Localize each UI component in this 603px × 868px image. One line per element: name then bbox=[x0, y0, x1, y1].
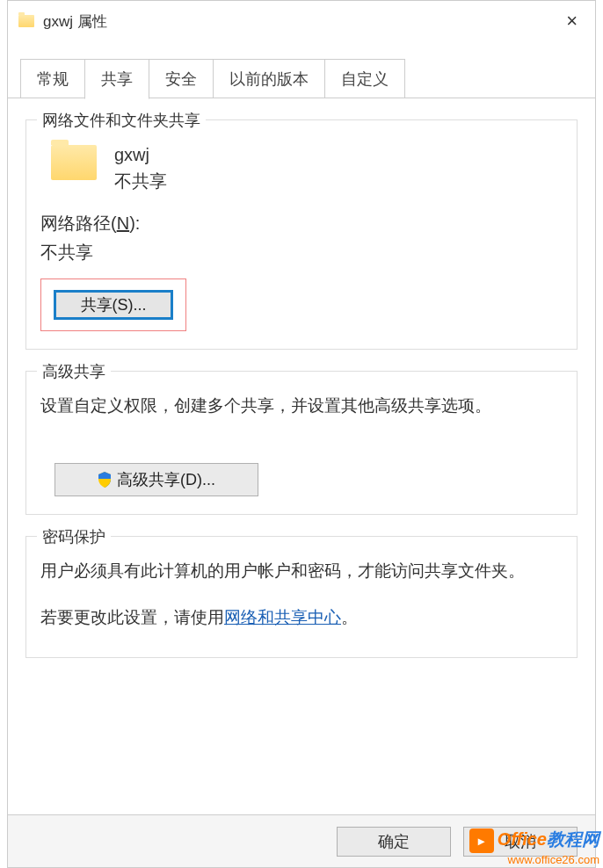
tab-customize[interactable]: 自定义 bbox=[324, 59, 405, 98]
watermark-logo-icon bbox=[469, 828, 494, 853]
group-password: 密码保护 用户必须具有此计算机的用户帐户和密码，才能访问共享文件夹。 若要更改此… bbox=[25, 536, 578, 658]
network-path-label: 网络路径(N): bbox=[40, 212, 563, 235]
network-path-value: 不共享 bbox=[40, 241, 563, 264]
group-title-advanced: 高级共享 bbox=[37, 361, 111, 382]
advanced-share-label: 高级共享(D)... bbox=[117, 469, 215, 490]
advanced-share-button[interactable]: 高级共享(D)... bbox=[54, 463, 258, 496]
folder-row: gxwj 不共享 bbox=[51, 141, 563, 194]
folder-info: gxwj 不共享 bbox=[114, 141, 167, 194]
ok-button[interactable]: 确定 bbox=[337, 827, 451, 857]
watermark-text1: Office bbox=[498, 829, 547, 849]
tab-general[interactable]: 常规 bbox=[20, 59, 85, 98]
properties-dialog: gxwj 属性 × 常规 共享 安全 以前的版本 自定义 网络文件和文件夹共享 … bbox=[7, 0, 596, 868]
title-left: gxwj 属性 bbox=[18, 11, 107, 32]
network-sharing-center-link[interactable]: 网络和共享中心 bbox=[224, 608, 341, 626]
advanced-description: 设置自定义权限，创建多个共享，并设置其他高级共享选项。 bbox=[40, 393, 563, 419]
tab-security[interactable]: 安全 bbox=[149, 59, 214, 98]
watermark: Office教程网 www.office26.com bbox=[469, 828, 599, 866]
folder-icon-large bbox=[51, 145, 97, 180]
tab-content: 网络文件和文件夹共享 gxwj 不共享 网络路径(N): 不共享 共享(S)..… bbox=[8, 98, 595, 700]
title-bar: gxwj 属性 × bbox=[8, 1, 595, 41]
group-title-network-share: 网络文件和文件夹共享 bbox=[37, 110, 206, 131]
tab-previous-versions[interactable]: 以前的版本 bbox=[213, 59, 325, 98]
group-title-password: 密码保护 bbox=[37, 526, 111, 547]
tab-strip: 常规 共享 安全 以前的版本 自定义 bbox=[20, 59, 595, 98]
window-title: gxwj 属性 bbox=[43, 11, 107, 32]
folder-name: gxwj bbox=[114, 141, 167, 168]
highlight-annotation: 共享(S)... bbox=[40, 278, 186, 331]
password-line2: 若要更改此设置，请使用网络和共享中心。 bbox=[40, 604, 563, 631]
watermark-text2: 教程网 bbox=[547, 829, 599, 849]
group-network-share: 网络文件和文件夹共享 gxwj 不共享 网络路径(N): 不共享 共享(S)..… bbox=[25, 119, 578, 350]
close-button[interactable]: × bbox=[559, 10, 585, 33]
folder-share-status: 不共享 bbox=[114, 168, 167, 194]
tab-sharing[interactable]: 共享 bbox=[84, 59, 149, 99]
folder-icon bbox=[18, 15, 34, 27]
password-line1: 用户必须具有此计算机的用户帐户和密码，才能访问共享文件夹。 bbox=[40, 558, 563, 584]
watermark-url: www.office26.com bbox=[469, 853, 599, 866]
group-advanced-share: 高级共享 设置自定义权限，创建多个共享，并设置其他高级共享选项。 高级共享(D)… bbox=[25, 371, 578, 515]
share-button[interactable]: 共享(S)... bbox=[54, 290, 173, 320]
shield-icon bbox=[98, 472, 112, 488]
